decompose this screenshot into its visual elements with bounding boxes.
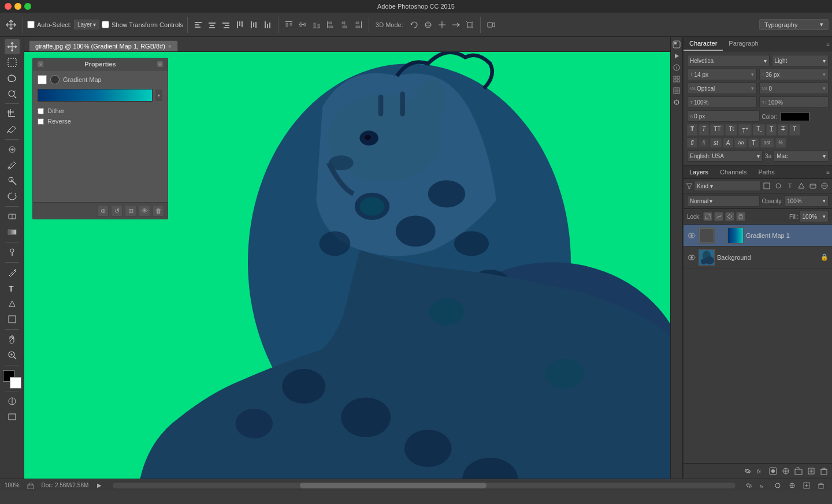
- transform-controls-checkbox[interactable]: [102, 21, 109, 28]
- lock-position-button[interactable]: [725, 212, 734, 221]
- vstrip-info-icon[interactable]: i: [671, 62, 682, 73]
- fmt-italic[interactable]: T: [699, 124, 709, 136]
- filter-toggle-icon[interactable]: [819, 181, 830, 191]
- layers-footer-adjustment-button[interactable]: [780, 465, 792, 477]
- dither-checkbox[interactable]: [38, 108, 44, 114]
- canvas-tab-close[interactable]: ×: [168, 43, 172, 50]
- delete-button[interactable]: 🗑: [153, 205, 164, 216]
- quick-select-tool[interactable]: [5, 86, 20, 101]
- reverse-checkbox[interactable]: [38, 118, 44, 125]
- fmt-oldstyle[interactable]: aa: [734, 138, 747, 148]
- hand-tool[interactable]: [5, 332, 20, 347]
- blend-mode-dropdown[interactable]: Normal ▾: [687, 195, 760, 207]
- statusbar-arrow-button[interactable]: ▶: [93, 479, 106, 492]
- select-rect-tool[interactable]: [5, 55, 20, 70]
- fmt-titling[interactable]: T: [748, 138, 759, 148]
- aa-dropdown[interactable]: Mac ▾: [774, 150, 829, 162]
- layers-footer-delete-button[interactable]: [818, 465, 830, 477]
- fmt-bold[interactable]: T: [687, 124, 697, 136]
- layer-dropdown[interactable]: Layer ▾: [74, 20, 99, 29]
- panel-close-button[interactable]: ×: [38, 61, 43, 67]
- move-tool-option[interactable]: [3, 18, 18, 31]
- vstrip-adjust-icon[interactable]: [671, 97, 682, 107]
- path-select-tool[interactable]: [5, 296, 20, 311]
- statusbar-fx-icon[interactable]: fx: [757, 479, 770, 492]
- filter-pixel-icon[interactable]: [762, 181, 772, 191]
- type-tool[interactable]: T: [5, 281, 20, 296]
- lock-pixels-button[interactable]: [714, 212, 723, 221]
- distrib-bottom-icon[interactable]: [310, 18, 323, 31]
- statusbar-delete-icon[interactable]: [815, 479, 827, 492]
- vstrip-color-icon[interactable]: [671, 39, 682, 50]
- close-window-button[interactable]: [5, 3, 12, 10]
- layer-eye-background[interactable]: [687, 255, 696, 260]
- pan-icon[interactable]: [436, 18, 448, 31]
- layers-footer-link-button[interactable]: [742, 465, 753, 477]
- maximize-window-button[interactable]: [24, 3, 31, 10]
- filter-type-icon[interactable]: T: [785, 181, 795, 191]
- character-panel-close[interactable]: ≡: [826, 41, 830, 47]
- color-swatch[interactable]: [781, 112, 809, 121]
- fmt-all-caps[interactable]: TT: [710, 124, 724, 136]
- baseline-input[interactable]: A 0 px: [687, 110, 760, 122]
- font-style-dropdown[interactable]: Light ▾: [772, 55, 829, 66]
- scale-3d-icon[interactable]: [463, 18, 476, 31]
- screen-mode-tool[interactable]: [5, 409, 20, 424]
- distrib-top-icon[interactable]: [283, 18, 295, 31]
- horizontal-scrollbar[interactable]: [113, 483, 736, 488]
- history-brush-tool[interactable]: [5, 189, 20, 204]
- font-family-dropdown[interactable]: Helvetica ▾: [687, 55, 770, 66]
- panel-menu-button[interactable]: ≡: [157, 61, 163, 67]
- align-middle-v-icon[interactable]: [247, 18, 260, 31]
- leading-input[interactable]: ↕ 36 px ▾: [759, 69, 829, 80]
- lock-transparent-button[interactable]: [703, 212, 712, 221]
- gradient-tool[interactable]: [5, 225, 20, 240]
- statusbar-link-icon[interactable]: [742, 479, 755, 492]
- fmt-fi-standard[interactable]: fi: [687, 138, 697, 148]
- tab-paragraph[interactable]: Paragraph: [723, 37, 764, 51]
- fmt-fi-discretionary[interactable]: fi: [699, 138, 709, 148]
- pen-tool[interactable]: [5, 265, 20, 280]
- align-center-h-icon[interactable]: [206, 18, 218, 31]
- kerning-input[interactable]: VA Optical ▾: [687, 83, 757, 94]
- layer-item-background[interactable]: Background 🔒: [684, 247, 832, 268]
- fmt-strikethrough[interactable]: T: [778, 124, 788, 136]
- distrib-right-icon[interactable]: [352, 18, 365, 31]
- dodge-tool[interactable]: [5, 245, 20, 260]
- eye-button[interactable]: 👁: [139, 205, 150, 216]
- minimize-window-button[interactable]: [14, 3, 21, 10]
- reset-button[interactable]: ⊞: [125, 205, 136, 216]
- tab-channels[interactable]: Channels: [714, 166, 752, 178]
- fmt-swash[interactable]: A: [723, 138, 734, 148]
- fmt-st[interactable]: st: [710, 138, 722, 148]
- lock-artboard-button[interactable]: [736, 212, 745, 221]
- slide-icon[interactable]: [450, 18, 462, 31]
- move-tool[interactable]: [5, 39, 20, 54]
- typography-dropdown[interactable]: Typography ▾: [759, 19, 829, 30]
- fmt-underline[interactable]: T: [766, 124, 777, 136]
- tab-layers[interactable]: Layers: [684, 166, 714, 178]
- distrib-center-h-icon[interactable]: [296, 18, 309, 31]
- zoom-tool[interactable]: [5, 348, 20, 363]
- clone-stamp-tool[interactable]: [5, 173, 20, 188]
- add-style-button[interactable]: ⊕: [97, 205, 109, 216]
- align-right-icon[interactable]: [220, 18, 232, 31]
- vstrip-play-icon[interactable]: [671, 51, 682, 61]
- canvas-tab-giraffe[interactable]: giraffe.jpg @ 100% (Gradient Map 1, RGB/…: [29, 40, 178, 51]
- scale-h-input[interactable]: T 100%: [687, 96, 757, 108]
- eraser-tool[interactable]: [5, 209, 20, 224]
- layer-eye-gradient-map[interactable]: [687, 233, 696, 238]
- video-icon[interactable]: [485, 18, 497, 31]
- align-bottom-icon[interactable]: [261, 18, 274, 31]
- statusbar-info-button[interactable]: [24, 479, 37, 492]
- tab-paths[interactable]: Paths: [753, 166, 781, 178]
- tracking-input[interactable]: VA 0 ▾: [759, 83, 829, 94]
- filter-smart-icon[interactable]: [808, 181, 818, 191]
- fmt-superscript[interactable]: T+: [738, 124, 752, 136]
- fmt-subscript[interactable]: T-: [753, 124, 765, 136]
- shape-tool[interactable]: [5, 312, 20, 327]
- scale-v-input[interactable]: T↕ 100%: [759, 96, 829, 108]
- statusbar-adjust-icon[interactable]: [786, 479, 798, 492]
- canvas-viewport[interactable]: × Properties ≡ Gradient Map ▾: [24, 52, 670, 479]
- filter-adjust-icon[interactable]: [773, 181, 783, 191]
